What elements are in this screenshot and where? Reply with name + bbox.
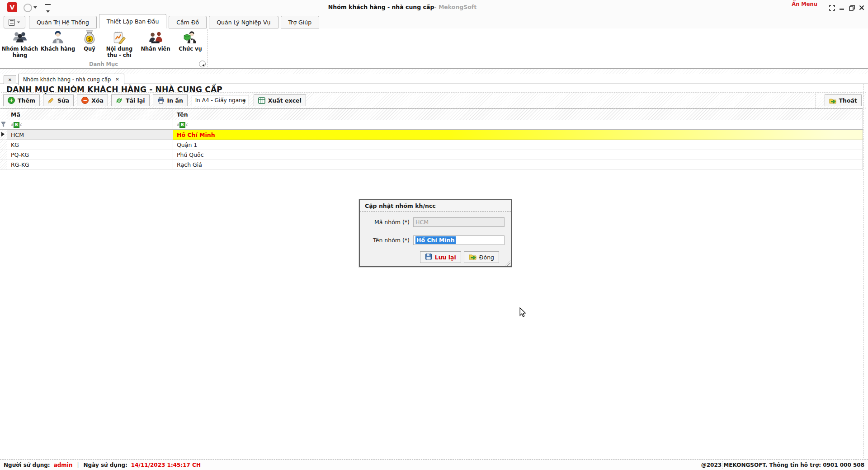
close-icon: ✕ — [8, 77, 12, 82]
print-button[interactable]: In ấn — [153, 94, 188, 106]
ribbon-item-quy[interactable]: $ Quỹ — [77, 28, 102, 59]
user-value: admin — [54, 462, 73, 468]
date-value: 14/11/2023 1:45:17 CH — [131, 462, 201, 468]
delete-button[interactable]: − Xóa — [77, 94, 108, 106]
row-indicator-icon — [1, 132, 5, 136]
table-row[interactable]: KG Quận 1 — [0, 140, 863, 150]
tab-tro-giup[interactable]: Trợ Giúp — [281, 16, 320, 28]
filter-cell-ten[interactable]: aBc — [173, 120, 863, 129]
customize-toolbar-icon[interactable] — [45, 4, 51, 14]
date-label: Ngày sử dụng: — [84, 462, 127, 468]
save-button[interactable]: Lưu lại — [420, 251, 461, 263]
exit-button[interactable]: Thoát — [825, 94, 862, 106]
customer-group-icon — [12, 30, 28, 45]
document-tab-label: Nhóm khách hàng - nhà cung cấp — [23, 76, 111, 83]
reload-button[interactable]: Tải lại — [111, 94, 150, 106]
restore-icon[interactable] — [848, 5, 855, 11]
export-excel-button[interactable]: Xuất excel — [254, 94, 306, 106]
resize-grip[interactable] — [505, 260, 510, 266]
document-tab-active[interactable]: Nhóm khách hàng - nhà cung cấp ✕ — [18, 74, 124, 85]
close-dialog-button[interactable]: Đóng — [464, 251, 499, 263]
close-tab-icon[interactable]: ✕ — [115, 77, 119, 82]
cell-ma[interactable]: KG — [7, 140, 173, 150]
exit-folder-arrow-icon — [829, 97, 836, 104]
print-format-select[interactable]: In A4 - Giấy ngang — [192, 95, 249, 106]
add-icon: + — [8, 97, 15, 104]
hide-menu-button[interactable]: Ẩn Menu — [792, 1, 817, 7]
minimize-icon[interactable] — [838, 5, 845, 11]
close-icon[interactable] — [858, 5, 865, 11]
user-label: Người sử dụng: — [4, 462, 50, 468]
ribbon-bottom-band — [0, 69, 868, 74]
data-grid: Mã Tên aBc aBc HCM Hồ Chí Minh KG Quận — [0, 108, 863, 170]
window-title: Nhóm khách hàng - nhà cung cấp - MekongS… — [90, 0, 714, 14]
copyright-text: @2023 MEKONGSOFT. Thông tin hỗ trợ: 0901… — [701, 460, 864, 470]
document-tab-strip: ✕ Nhóm khách hàng - nhà cung cấp ✕ — [0, 74, 868, 84]
ribbon-body: Nhóm khách hàng Khách hàng $ Quỹ — [0, 28, 868, 69]
dialog-title: Cập nhật nhóm kh/ncc — [360, 200, 511, 212]
titlebar: V Nhóm khách hàng - nhà cung cấp - Mekon… — [0, 0, 868, 15]
name-field[interactable]: Hồ Chí Minh — [413, 235, 505, 245]
save-floppy-icon — [425, 253, 432, 262]
ribbon-group-danh-muc: Nhóm khách hàng Khách hàng $ Quỹ — [0, 28, 207, 68]
chevron-down-icon — [17, 21, 20, 23]
customer-icon — [50, 30, 66, 45]
ribbon-item-nhom-khach-hang[interactable]: Nhóm khách hàng — [1, 28, 39, 59]
filter-cell-ma[interactable]: aBc — [7, 120, 173, 129]
cell-ma[interactable]: HCM — [7, 130, 173, 140]
tab-thiet-lap-ban-dau[interactable]: Thiết Lập Ban Đầu — [99, 14, 167, 28]
ribbon-item-chuc-vu[interactable]: Chức vụ — [175, 28, 206, 59]
grid-filter-row: aBc aBc — [0, 120, 863, 130]
cell-ten[interactable]: Rạch Giá — [173, 160, 863, 169]
refresh-icon — [116, 97, 123, 104]
content-panel: DANH MỤC NHÓM KHÁCH HÀNG - NHÀ CUNG CẤP … — [0, 84, 868, 459]
table-row[interactable]: RG-KG Rạch Giá — [0, 160, 863, 170]
panel-right-border — [863, 84, 864, 458]
excel-icon — [258, 97, 265, 104]
ribbon-group-collapse-icon[interactable] — [199, 61, 206, 67]
position-icon — [183, 30, 198, 45]
app-logo-icon[interactable]: V — [7, 2, 17, 12]
cell-ma[interactable]: RG-KG — [7, 160, 173, 169]
add-button[interactable]: + Thêm — [3, 94, 40, 106]
auto-filter-icon: aBc — [11, 122, 22, 128]
fullscreen-icon[interactable] — [828, 5, 835, 11]
ribbon-item-nhan-vien[interactable]: Nhân viên — [137, 28, 175, 59]
code-label: Mã nhóm (*) — [366, 219, 410, 226]
note-chart-pencil-icon — [112, 30, 127, 45]
update-group-dialog: Cập nhật nhóm kh/ncc Mã nhóm (*) HCM Tên… — [359, 199, 512, 267]
tab-quan-tri-he-thong[interactable]: Quản Trị Hệ Thống — [29, 16, 97, 28]
close-all-tabs-button[interactable]: ✕ — [4, 75, 16, 85]
chevron-down-icon — [242, 100, 246, 102]
ribbon-group-label: Danh Mục — [0, 61, 207, 67]
delete-icon: − — [81, 97, 89, 104]
mouse-cursor — [519, 307, 526, 319]
app-menu-icon — [9, 19, 15, 26]
tab-cam-do[interactable]: Cầm Đồ — [169, 16, 207, 28]
ribbon-group-separator — [207, 29, 208, 67]
auto-filter-icon: aBc — [177, 122, 188, 128]
toolbar: + Thêm Sửa − Xóa Tải lại — [1, 92, 866, 108]
close-folder-arrow-icon — [469, 253, 476, 261]
pencil-icon — [47, 97, 55, 104]
svg-text:$: $ — [88, 36, 91, 42]
cell-ten[interactable]: Phú Quốc — [173, 150, 863, 160]
edit-button[interactable]: Sửa — [43, 94, 74, 106]
column-header-ten[interactable]: Tên — [173, 109, 863, 120]
quick-access-circle-icon[interactable] — [24, 4, 32, 12]
ribbon-item-noi-dung-thu-chi[interactable]: Nội dung thu - chi — [102, 28, 137, 59]
table-row[interactable]: PQ-KG Phú Quốc — [0, 150, 863, 160]
tab-quan-ly-nghiep-vu[interactable]: Quản Lý Nghiệp Vụ — [209, 16, 278, 28]
name-label: Tên nhóm (*) — [366, 237, 410, 244]
cell-ma[interactable]: PQ-KG — [7, 150, 173, 160]
quick-access-dropdown-icon[interactable] — [33, 6, 37, 9]
cell-ten[interactable]: Hồ Chí Minh — [173, 130, 863, 140]
app-menu-button[interactable] — [4, 16, 25, 28]
printer-icon — [157, 97, 165, 104]
code-field: HCM — [413, 217, 505, 227]
column-header-ma[interactable]: Mã — [7, 109, 173, 120]
table-row[interactable]: HCM Hồ Chí Minh — [0, 130, 863, 140]
cell-ten[interactable]: Quận 1 — [173, 140, 863, 150]
ribbon-tab-strip: Quản Trị Hệ Thống Thiết Lập Ban Đầu Cầm … — [0, 15, 868, 28]
ribbon-item-khach-hang[interactable]: Khách hàng — [39, 28, 77, 59]
